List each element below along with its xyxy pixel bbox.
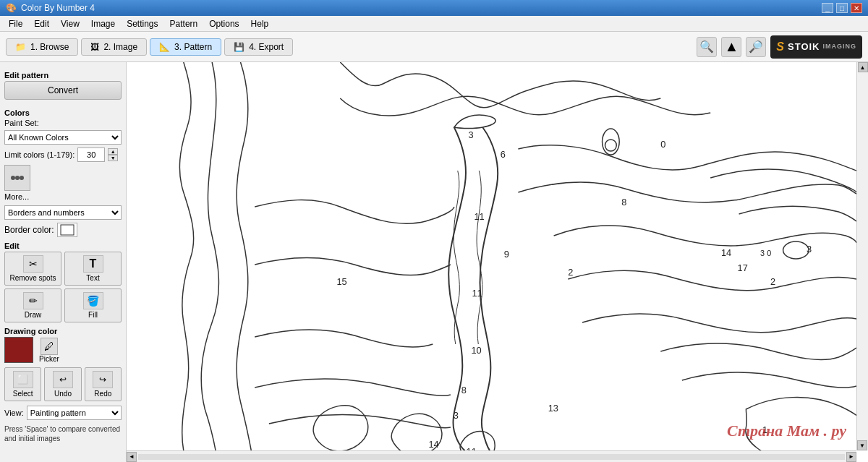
svg-rect-3 — [61, 225, 74, 235]
edit-label: Edit — [4, 241, 122, 250]
maximize-button[interactable]: □ — [836, 3, 848, 13]
drawing-color-swatch[interactable] — [4, 337, 33, 363]
toolbar-step-browse[interactable]: 📁 1. Browse — [6, 38, 78, 56]
paint-set-select[interactable]: All Known ColorsCustom — [4, 130, 122, 145]
undo-icon: ↩ — [53, 371, 73, 388]
spin-down[interactable]: ▼ — [108, 155, 118, 161]
redo-button[interactable]: ↪ Redo — [85, 367, 122, 401]
left-panel: Edit pattern Convert Colors Paint Set: A… — [0, 62, 127, 462]
horizontal-scrollbar[interactable]: ◄ ► — [127, 450, 856, 462]
menu-view[interactable]: View — [55, 17, 85, 30]
limit-colors-label: Limit colors (1-179): — [4, 150, 75, 159]
stoik-s-icon: S — [776, 40, 785, 54]
undo-label: Undo — [54, 390, 72, 398]
menu-settings[interactable]: Settings — [121, 17, 163, 30]
border-color-label: Border color: — [4, 225, 54, 235]
more-icon[interactable] — [4, 165, 30, 191]
select-icon: ⬜ — [13, 371, 33, 388]
drawing-color-label: Drawing color — [4, 327, 122, 335]
zoom-icon[interactable]: 🔎 — [746, 37, 766, 57]
minimize-button[interactable]: _ — [822, 3, 833, 13]
app-title: Color By Number 4 — [21, 3, 95, 13]
svg-point-1 — [15, 176, 20, 180]
convert-button[interactable]: Convert — [4, 81, 122, 100]
close-button[interactable]: ✕ — [851, 3, 862, 13]
draw-button[interactable]: ✏ Draw — [4, 288, 61, 322]
scroll-left-button[interactable]: ◄ — [127, 452, 137, 462]
svg-text:0: 0 — [660, 139, 665, 150]
svg-text:17: 17 — [738, 262, 748, 273]
canvas-area[interactable]: 3 6 0 11 9 15 11 2 8 14 17 3 0 2 3 8 9 3… — [127, 62, 868, 462]
text-label: Text — [86, 274, 99, 282]
menu-image[interactable]: Image — [85, 17, 121, 30]
stoik-logo: S STOIK IMAGING — [770, 35, 862, 59]
svg-text:3: 3 — [454, 410, 459, 421]
menu-pattern[interactable]: Pattern — [164, 17, 204, 30]
more-area: More... — [4, 165, 122, 201]
text-button[interactable]: T Text — [64, 252, 122, 286]
limit-colors-input[interactable] — [77, 147, 105, 162]
svg-text:2: 2 — [770, 276, 775, 287]
image-label: 2. Image — [103, 42, 137, 52]
remove-spots-label: Remove spots — [10, 274, 56, 282]
border-color-swatch[interactable] — [57, 223, 77, 237]
draw-label: Draw — [25, 311, 41, 319]
menu-edit[interactable]: Edit — [28, 17, 55, 30]
browse-label: 1. Browse — [30, 42, 69, 52]
titlebar: 🎨 Color By Number 4 _ □ ✕ — [0, 0, 868, 16]
view-select[interactable]: Painting patternOriginal imageBoth — [27, 406, 122, 420]
search-icon[interactable]: 🔍 — [697, 37, 717, 57]
menubar: File Edit View Image Settings Pattern Op… — [0, 16, 868, 32]
export-label: 4. Export — [249, 42, 284, 52]
bottom-tools: ⬜ Select ↩ Undo ↪ Redo — [4, 367, 122, 401]
svg-text:14: 14 — [428, 439, 438, 450]
picker-button[interactable]: 🖊 Picker — [39, 338, 59, 363]
svg-text:11: 11 — [474, 211, 484, 222]
pattern-icon: 📐 — [159, 42, 170, 52]
remove-spots-button[interactable]: ✂ Remove spots — [4, 252, 61, 286]
svg-text:3: 3 — [469, 129, 474, 140]
hint-text: Press 'Space' to compare converted and i… — [4, 424, 122, 443]
svg-point-0 — [11, 176, 15, 180]
svg-text:8: 8 — [461, 385, 467, 395]
edit-pattern-title: Edit pattern — [4, 71, 122, 80]
toolbar-step-export[interactable]: 💾 4. Export — [224, 38, 293, 56]
browse-icon: 📁 — [15, 42, 26, 52]
menu-help[interactable]: Help — [245, 17, 275, 30]
fill-button[interactable]: 🪣 Fill — [64, 288, 122, 322]
vertical-scrollbar[interactable]: ▲ ▼ — [856, 62, 868, 450]
toolbar-right: 🔍 ▲ 🔎 S STOIK IMAGING — [697, 35, 862, 59]
svg-text:14: 14 — [721, 247, 731, 258]
scroll-down-button[interactable]: ▼ — [857, 440, 867, 450]
toolbar-step-pattern[interactable]: 📐 3. Pattern — [150, 38, 221, 56]
svg-text:9: 9 — [504, 249, 509, 260]
menu-options[interactable]: Options — [203, 17, 244, 30]
scroll-up-button[interactable]: ▲ — [858, 62, 868, 72]
more-label[interactable]: More... — [4, 192, 29, 201]
text-icon: T — [83, 255, 103, 273]
borders-select-row: Borders and numbersBorders onlyNumbers o… — [4, 205, 122, 220]
menu-file[interactable]: File — [3, 17, 28, 30]
app-icon: 🎨 — [6, 3, 17, 13]
select-button[interactable]: ⬜ Select — [4, 367, 41, 401]
main-area: Edit pattern Convert Colors Paint Set: A… — [0, 62, 868, 462]
paint-set-select-row: All Known ColorsCustom — [4, 130, 122, 145]
pattern-label: 3. Pattern — [174, 42, 212, 52]
spin-up[interactable]: ▲ — [108, 148, 118, 155]
redo-icon: ↪ — [93, 371, 113, 388]
borders-select[interactable]: Borders and numbersBorders onlyNumbers o… — [4, 205, 122, 220]
svg-text:6: 6 — [501, 149, 506, 160]
toolbar: 📁 1. Browse 🖼 2. Image 📐 3. Pattern 💾 4.… — [0, 32, 868, 62]
triangle-tool-icon[interactable]: ▲ — [721, 37, 741, 57]
svg-text:10: 10 — [471, 345, 481, 356]
undo-button[interactable]: ↩ Undo — [44, 367, 81, 401]
svg-text:3: 3 — [807, 244, 812, 254]
scroll-right-button[interactable]: ► — [846, 452, 856, 462]
picker-label: Picker — [39, 355, 59, 363]
paint-set-row: Paint Set: — [4, 119, 122, 127]
select-label: Select — [13, 390, 33, 398]
colors-label: Colors — [4, 108, 122, 117]
view-label: View: — [4, 408, 24, 417]
image-icon: 🖼 — [90, 42, 99, 52]
toolbar-step-image[interactable]: 🖼 2. Image — [81, 38, 147, 56]
